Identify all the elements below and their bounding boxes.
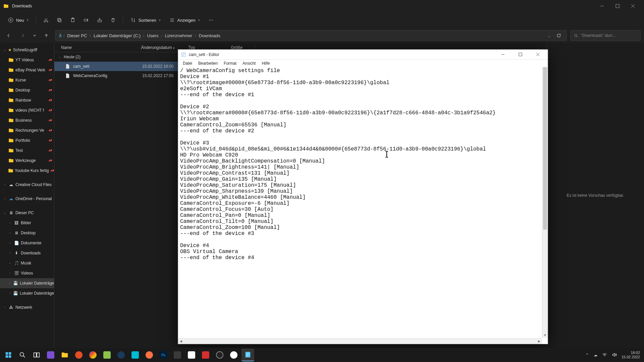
rename-icon[interactable] [80, 14, 92, 26]
breadcrumb-item[interactable]: Dieser PC [65, 33, 89, 38]
view-button[interactable]: Anzeigen ▾ [166, 15, 203, 25]
sidebar-item[interactable]: eBay Privat Verk📌 [0, 65, 54, 75]
sidebar-item[interactable]: ›📄Dokumente [0, 238, 54, 248]
notepad-maximize[interactable] [513, 50, 528, 59]
taskview-button[interactable] [30, 349, 43, 361]
up-button[interactable] [41, 30, 52, 41]
sidebar-network[interactable]: ›🖧Netzwerk [0, 302, 54, 312]
menu-help[interactable]: Hilfe [259, 60, 272, 66]
preview-text: Es ist keine Vorschau verfügbar. [567, 193, 624, 198]
folder-icon: 💾 [13, 280, 18, 286]
tray-onedrive-icon[interactable]: ☁ [594, 353, 597, 357]
search-input[interactable]: "Downloads" durc… [570, 30, 641, 41]
taskbar-app[interactable] [72, 349, 85, 361]
pin-icon: 📌 [48, 58, 53, 62]
breadcrumb-item[interactable]: Downloads [197, 33, 222, 38]
taskbar-app[interactable] [227, 349, 240, 361]
taskbar-app[interactable] [185, 349, 198, 361]
tray-wifi-icon[interactable] [602, 352, 607, 358]
menu-view[interactable]: Ansicht [240, 60, 258, 66]
menu-file[interactable]: Datei [180, 60, 195, 66]
cut-icon[interactable] [40, 14, 52, 26]
notepad-minimize[interactable] [495, 50, 510, 59]
more-icon[interactable] [205, 14, 217, 26]
notepad-vscrollbar[interactable]: ▲ ▼ [542, 67, 548, 338]
breadcrumb-item[interactable]: Users [145, 33, 160, 38]
forward-button[interactable] [17, 30, 28, 41]
search-button[interactable] [16, 349, 29, 361]
back-button[interactable] [3, 30, 14, 41]
sidebar-item[interactable]: Rechnungen Ve📌 [0, 125, 54, 135]
cloud-icon: ☁ [8, 182, 14, 188]
pin-icon: 📌 [48, 98, 53, 103]
tray-chevron-icon[interactable]: ⌃ [585, 353, 589, 358]
taskbar-app[interactable] [44, 349, 57, 361]
sidebar-item[interactable]: Kurse📌 [0, 75, 54, 85]
taskbar-app[interactable] [129, 349, 142, 361]
pin-icon: 📌 [48, 138, 53, 143]
recent-button[interactable] [32, 30, 38, 41]
sidebar-item[interactable]: Rainbow📌 [0, 95, 54, 105]
sidebar-item[interactable]: videos (NICHT f📌 [0, 105, 54, 115]
sidebar-item[interactable]: ›🖼Bilder [0, 218, 54, 228]
breadcrumb-item[interactable]: Lizenznehmer [163, 33, 195, 38]
sidebar-onedrive[interactable]: ›☁OneDrive - Personal [0, 194, 54, 204]
sidebar-item[interactable]: ›⬇Downloads [0, 248, 54, 258]
taskbar-app[interactable] [171, 349, 184, 361]
menu-edit[interactable]: Bearbeiten [196, 60, 220, 66]
taskbar-app[interactable] [87, 349, 99, 361]
notepad-textarea[interactable]: / WebCameraConfig settings file Device #… [178, 67, 548, 344]
delete-icon[interactable] [107, 14, 119, 26]
taskbar-app[interactable] [101, 349, 113, 361]
refresh-button[interactable] [554, 33, 564, 38]
menu-format[interactable]: Format [221, 60, 239, 66]
share-icon[interactable] [94, 14, 105, 26]
minimize-button[interactable] [594, 1, 610, 11]
sidebar-item[interactable]: Youtube Kurs fertig📌 [0, 166, 54, 176]
sidebar-item[interactable]: Test📌 [0, 145, 54, 156]
breadcrumb[interactable]: › Dieser PC› Lokaler Datenträger (C:)› U… [55, 30, 567, 41]
notepad-close[interactable] [530, 50, 545, 59]
notepad-titlebar[interactable]: cam_sett - Editor [178, 50, 548, 60]
new-button[interactable]: Neu ▾ [5, 15, 32, 25]
notepad-hscrollbar[interactable]: ◀ ▶ [178, 338, 542, 344]
taskbar-explorer[interactable] [58, 349, 71, 361]
sidebar-item[interactable]: Business📌 [0, 115, 54, 125]
sidebar-item[interactable]: Werkzeuge📌 [0, 156, 54, 166]
sidebar-item[interactable]: ›🎬Videos [0, 268, 54, 278]
column-name[interactable]: Name [54, 45, 141, 50]
sort-label: Sortieren [139, 18, 156, 23]
sidebar-quickaccess[interactable]: ⌄★Schnellzugriff [0, 45, 54, 55]
close-button[interactable] [625, 1, 641, 11]
taskbar-app[interactable] [115, 349, 127, 361]
tray-clock[interactable]: 18:02 15.02.2022 [622, 351, 640, 359]
start-button[interactable] [2, 349, 15, 361]
svg-rect-5 [58, 18, 60, 21]
explorer-toolbar: Neu ▾ Sortieren ▾ Anzeigen ▾ [0, 12, 644, 28]
sidebar-creative-cloud[interactable]: ›☁Creative Cloud Files [0, 180, 54, 190]
sidebar-item[interactable]: YT Videos📌 [0, 55, 54, 65]
explorer-navbar: › Dieser PC› Lokaler Datenträger (C:)› U… [0, 28, 644, 43]
copy-icon[interactable] [54, 14, 65, 26]
taskbar-app[interactable] [143, 349, 156, 361]
sidebar-item[interactable]: Portfolio📌 [0, 135, 54, 145]
sidebar-item[interactable]: ›💾Lokaler Datenträge [0, 288, 54, 298]
taskbar-app[interactable] [199, 349, 212, 361]
sidebar-item[interactable]: ›🖥Desktop [0, 228, 54, 238]
paste-icon[interactable] [67, 14, 78, 26]
pc-icon: 🖥 [8, 210, 14, 216]
sidebar-tree[interactable]: ⌄★Schnellzugriff YT Videos📌eBay Privat V… [0, 43, 54, 348]
taskbar-app[interactable] [213, 349, 226, 361]
taskbar-app[interactable]: Ps [157, 349, 170, 361]
sidebar-item[interactable]: ›🎵Musik [0, 258, 54, 268]
taskbar-notepad[interactable] [241, 349, 254, 361]
breadcrumb-item[interactable]: Lokaler Datenträger (C:) [92, 33, 143, 38]
sort-button[interactable]: Sortieren ▾ [127, 15, 164, 25]
maximize-button[interactable] [610, 1, 625, 11]
sidebar-item[interactable]: Desktop📌 [0, 85, 54, 95]
folder-icon [3, 3, 9, 9]
breadcrumb-dropdown[interactable]: ⌄ [545, 33, 553, 38]
sidebar-item[interactable]: ›💾Lokaler Datenträge [0, 278, 54, 288]
sidebar-thispc[interactable]: ⌄🖥Dieser PC [0, 208, 54, 218]
tray-volume-icon[interactable] [612, 352, 617, 358]
